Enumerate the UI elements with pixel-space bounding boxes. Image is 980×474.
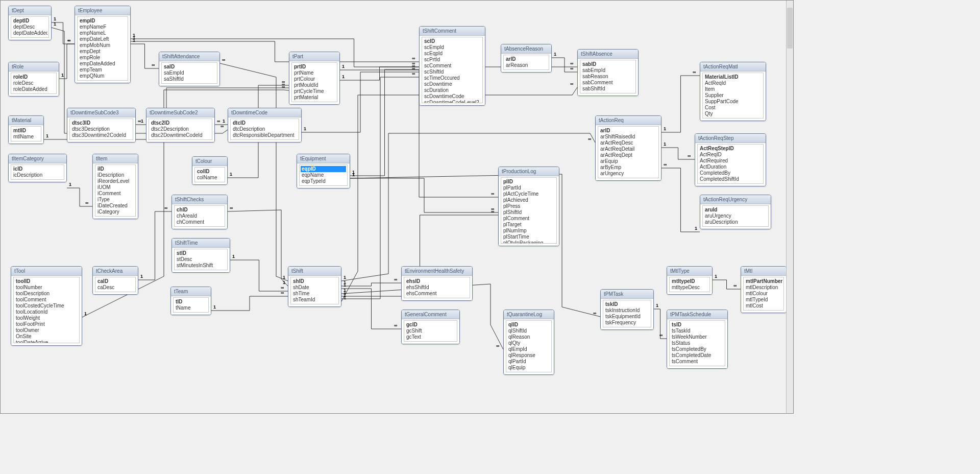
field-item[interactable]: mtlPartNumber <box>745 278 782 285</box>
field-item[interactable]: scDowntime <box>423 81 481 87</box>
entity-tCheckArea[interactable]: tCheckAreacaIDcaDesc <box>92 266 138 295</box>
field-item[interactable]: eqpID <box>301 166 346 172</box>
entity-header[interactable]: tDept <box>9 6 51 15</box>
field-item[interactable]: eqpTypeId <box>301 178 346 184</box>
field-item[interactable]: tsCompletedBy <box>671 346 724 352</box>
field-item[interactable]: gcText <box>405 334 456 340</box>
entity-tActionReqUrgency[interactable]: tActionReqUrgencyaruIdaruUrgencyaruDescr… <box>700 195 771 229</box>
field-item[interactable]: toolNumber <box>15 285 78 291</box>
field-item[interactable]: dtsc2DowntimeCodeId <box>150 132 211 138</box>
field-item[interactable]: stDesc <box>176 256 226 263</box>
entity-tMaterial[interactable]: tMaterialmtlIDmtlName <box>8 115 44 144</box>
field-item[interactable]: dtcResponsibleDepartment <box>232 132 298 138</box>
field-item[interactable]: prtMaterial <box>293 94 336 101</box>
field-item[interactable]: shDate <box>292 285 337 291</box>
entity-header[interactable]: tShiftChecks <box>172 195 227 204</box>
field-item[interactable]: tsID <box>671 322 724 328</box>
field-item[interactable]: deptDesc <box>12 24 47 30</box>
field-list[interactable]: ehsIDehsShiftIdehsComment <box>404 277 470 298</box>
field-item[interactable]: plTarget <box>502 222 555 228</box>
field-item[interactable]: dtsc2Description <box>150 126 211 132</box>
vertical-scrollbar[interactable] <box>786 1 793 413</box>
field-item[interactable]: plPartId <box>502 185 555 191</box>
field-item[interactable]: tsWeekNumber <box>671 334 724 340</box>
field-list[interactable]: deptIDdeptDescdeptDateAdded <box>11 16 49 38</box>
field-item[interactable]: Qty <box>704 111 762 117</box>
entity-header[interactable]: tGeneralComment <box>402 310 459 319</box>
field-item[interactable]: empNameF <box>79 24 127 30</box>
field-item[interactable]: sabEmpId <box>581 67 634 74</box>
field-item[interactable]: shTime <box>292 291 337 297</box>
field-item[interactable]: dtcID <box>232 120 298 126</box>
field-item[interactable]: empDateAdded <box>79 61 127 67</box>
field-item[interactable]: tsStatus <box>671 340 724 346</box>
field-item[interactable]: arReason <box>505 62 548 68</box>
field-item[interactable]: tskEquipmentId <box>604 314 650 320</box>
field-list[interactable]: dtcIDdtcDescriptiondtcResponsibleDepartm… <box>230 118 299 140</box>
entity-tProductionLog[interactable]: tProductionLogplIDplPartIdplActCycleTime… <box>498 167 559 246</box>
field-list[interactable]: scIDscEmpIdscEqpIdscPrtIdscCommentscShif… <box>422 37 483 103</box>
field-item[interactable]: aruUrgency <box>704 213 767 219</box>
field-item[interactable]: sabReason <box>581 74 634 80</box>
entity-tGeneralComment[interactable]: tGeneralCommentgcIDgcShiftgcText <box>401 310 460 344</box>
field-list[interactable]: ActReqStepIDActReqIDActRequiredActDurati… <box>697 144 764 184</box>
field-item[interactable]: ActDuration <box>699 164 762 170</box>
entity-tPMTaskSchedule[interactable]: tPMTaskScheduletsIDtsTaskIdtsWeekNumbert… <box>667 310 728 369</box>
field-item[interactable]: prtMouldId <box>293 82 336 88</box>
entity-tDowntimeSubCode2[interactable]: tDowntimeSubCode2dtsc2IDdtsc2Description… <box>146 108 215 143</box>
field-item[interactable]: Item <box>704 86 762 92</box>
field-list[interactable]: mtltypeIDmtltypeDesc <box>669 277 710 292</box>
field-item[interactable]: plStartTime <box>502 234 555 240</box>
field-item[interactable]: shID <box>292 278 337 285</box>
entity-header[interactable]: tActionReqUrgency <box>700 195 771 204</box>
field-item[interactable]: OnSite <box>15 334 78 340</box>
field-item[interactable]: tskID <box>604 301 650 307</box>
field-item[interactable]: dtsc3Description <box>71 126 132 132</box>
entity-header[interactable]: tTeam <box>171 287 211 296</box>
field-item[interactable]: qlReason <box>507 334 550 340</box>
entity-header[interactable]: tShiftTime <box>172 239 230 248</box>
entity-header[interactable]: tEnvironmentHealthSafety <box>402 267 472 276</box>
field-item[interactable]: chComment <box>176 219 224 225</box>
field-item[interactable]: empMobNum <box>79 42 127 49</box>
entity-header[interactable]: tShiftAbsence <box>578 50 638 59</box>
field-item[interactable]: shTeamId <box>292 297 337 303</box>
field-list[interactable]: arIDarReason <box>503 55 549 70</box>
field-item[interactable]: ActRequired <box>699 158 762 164</box>
field-item[interactable]: aruId <box>704 207 767 213</box>
field-item[interactable]: plActCycleTime <box>502 191 555 197</box>
entity-header[interactable]: tPMTaskSchedule <box>667 310 727 319</box>
erd-canvas[interactable]: tDeptdeptIDdeptDescdeptDateAddedtEmploye… <box>0 0 794 414</box>
field-item[interactable]: caDesc <box>96 285 134 291</box>
field-item[interactable]: empRole <box>79 55 127 61</box>
field-item[interactable]: sabShiftId <box>581 86 634 92</box>
entity-tMtl[interactable]: tMtlmtlPartNumbermtlDescriptionmtlColour… <box>741 266 787 313</box>
field-item[interactable]: iComment <box>96 191 134 197</box>
field-item[interactable]: scShiftId <box>423 69 481 75</box>
entity-header[interactable]: tPMTask <box>601 290 653 299</box>
field-item[interactable]: plNumImp <box>502 228 555 234</box>
entity-tShiftAbsence[interactable]: tShiftAbsencesabIDsabEmpIdsabReasonsabCo… <box>577 49 639 96</box>
entity-tRole[interactable]: tRoleroleIDroleDescroleDateAdded <box>8 62 59 97</box>
field-item[interactable]: ehsID <box>405 278 469 285</box>
field-item[interactable]: deptDateAdded <box>12 30 47 36</box>
field-item[interactable]: icDescription <box>12 172 63 178</box>
field-item[interactable]: iType <box>96 197 134 203</box>
field-item[interactable]: icID <box>12 166 63 172</box>
field-item[interactable]: tsTaskId <box>671 328 724 334</box>
field-list[interactable]: MaterialListIDActReqIdItemSupplierSuppPa… <box>702 73 764 118</box>
entity-tPart[interactable]: tPartprtIDprtNameprtColourprtMouldIdprtC… <box>289 52 340 105</box>
field-item[interactable]: arID <box>505 56 548 62</box>
field-item[interactable]: mtlID <box>12 128 40 134</box>
field-list[interactable]: qlIDqlShiftIdqlReasonqlQtyqlEmpIdqlRespo… <box>506 320 552 372</box>
field-item[interactable]: chAreaId <box>176 213 224 219</box>
field-item[interactable]: roleID <box>12 74 55 80</box>
entity-tDowntimeCode[interactable]: tDowntimeCodedtcIDdtcDescriptiondtcRespo… <box>228 108 302 143</box>
field-item[interactable]: scEmpId <box>423 44 481 51</box>
field-item[interactable]: toolDateArrive <box>15 340 78 343</box>
entity-tShiftChecks[interactable]: tShiftCheckschIDchAreaIdchComment <box>172 195 228 229</box>
field-item[interactable]: scTimeOccured <box>423 75 481 81</box>
field-item[interactable]: tsComment <box>671 359 724 365</box>
field-item[interactable]: qlPartId <box>507 359 550 365</box>
field-item[interactable]: empNameL <box>79 30 127 36</box>
